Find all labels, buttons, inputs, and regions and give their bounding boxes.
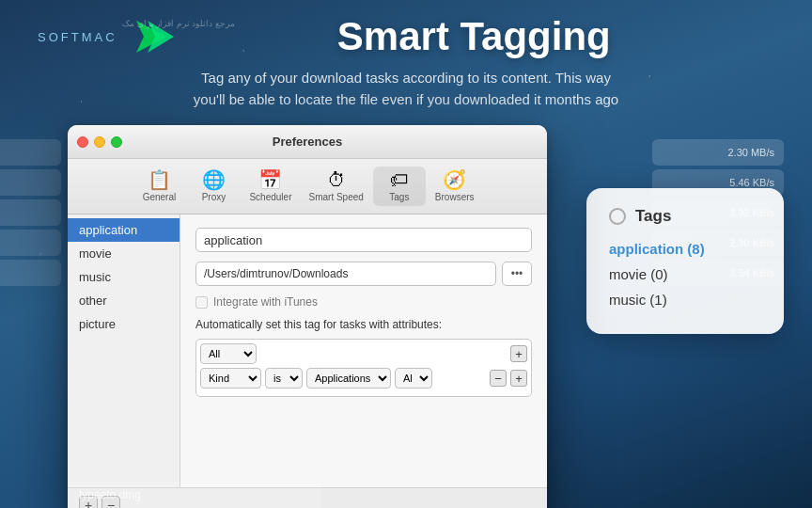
tags-icon: 🏷 — [390, 170, 409, 189]
sidebar-item-application[interactable]: application — [68, 218, 180, 242]
tags-panel: Tags application (8) movie (0) music (1) — [586, 188, 784, 334]
filter-applications-select[interactable]: Applications — [306, 368, 391, 389]
tags-panel-header: Tags — [609, 207, 761, 226]
left-partial-rows — [0, 139, 61, 290]
filename-bar: typeeto.dmg — [68, 482, 321, 508]
filter-all2-select[interactable]: All — [395, 368, 432, 389]
filter-area: All Any + Kind is Applications — [195, 339, 532, 397]
filter-add-button[interactable]: + — [510, 345, 527, 362]
title-area: Smart Tagging — [174, 15, 774, 58]
toolbar-label-general: General — [143, 192, 177, 202]
itunes-checkbox[interactable] — [195, 296, 208, 309]
toolbar-item-scheduler[interactable]: 📅 Scheduler — [242, 167, 299, 206]
toolbar-item-browsers[interactable]: 🧭 Browsers — [428, 167, 482, 206]
toolbar-label-tags: Tags — [389, 192, 409, 202]
proxy-icon: 🌐 — [202, 170, 226, 189]
tag-name-row — [195, 228, 532, 252]
maximize-button[interactable] — [111, 136, 122, 148]
tag-name-input[interactable] — [195, 228, 532, 252]
subtitle-text: Tag any of your download tasks according… — [194, 70, 618, 107]
browsers-icon: 🧭 — [443, 170, 466, 189]
subtitle: Tag any of your download tasks according… — [0, 68, 812, 110]
toolbar-label-proxy: Proxy — [202, 192, 226, 202]
dl-speed: 2.30 MB/s — [727, 147, 774, 158]
filter-condition-row: Kind is Applications All − + — [200, 368, 527, 389]
main-panel: ••• Integrate with iTunes Automatically … — [180, 214, 547, 487]
general-icon: 📋 — [148, 170, 171, 189]
left-row — [0, 169, 61, 196]
left-row — [0, 260, 61, 286]
content-area: application movie music other picture ••… — [68, 214, 547, 487]
dl-speed: 5.46 KB/s — [729, 177, 774, 188]
preferences-window: Preferences 📋 General 🌐 Proxy 📅 Schedule… — [68, 125, 547, 508]
main-title: Smart Tagging — [174, 15, 774, 58]
sidebar: application movie music other picture — [68, 214, 180, 487]
scheduler-icon: 📅 — [258, 170, 282, 189]
sidebar-item-music[interactable]: music — [68, 265, 180, 289]
toolbar-item-smart-speed[interactable]: ⏱ Smart Speed — [301, 167, 370, 206]
path-row: ••• — [195, 262, 532, 286]
traffic-lights — [77, 136, 122, 148]
toolbar-label-smart-speed: Smart Speed — [308, 192, 363, 202]
title-bar: Preferences — [68, 125, 547, 159]
itunes-row: Integrate with iTunes — [195, 295, 532, 309]
tags-panel-title: Tags — [635, 207, 671, 226]
window-title: Preferences — [273, 135, 342, 149]
toolbar-item-proxy[interactable]: 🌐 Proxy — [187, 167, 240, 206]
close-button[interactable] — [77, 136, 88, 148]
sidebar-item-picture[interactable]: picture — [68, 312, 180, 336]
auto-tag-label: Automatically set this tag for tasks wit… — [195, 318, 532, 331]
tags-radio-icon — [609, 208, 626, 225]
tag-item-music[interactable]: music (1) — [609, 290, 761, 310]
path-input[interactable] — [195, 262, 496, 286]
tag-item-movie[interactable]: movie (0) — [609, 264, 761, 284]
sidebar-item-movie[interactable]: movie — [68, 242, 180, 265]
toolbar-label-browsers: Browsers — [435, 192, 475, 202]
minimize-button[interactable] — [94, 136, 105, 148]
toolbar-label-scheduler: Scheduler — [249, 192, 291, 202]
watermark: مرجع دانلود نرم افزار برای مک — [122, 19, 235, 28]
itunes-label: Integrate with iTunes — [213, 295, 318, 309]
left-row — [0, 199, 61, 226]
brand-text: SOFTMAC — [38, 30, 117, 44]
filter-is-select[interactable]: is — [265, 368, 303, 389]
toolbar: 📋 General 🌐 Proxy 📅 Scheduler ⏱ Smart Sp… — [68, 159, 547, 214]
dl-row: 2.30 MB/s — [652, 139, 784, 166]
browse-button[interactable]: ••• — [502, 262, 532, 286]
filter-all-select[interactable]: All Any — [200, 343, 257, 364]
filename-text: typeeto.dmg — [79, 488, 141, 501]
left-row — [0, 139, 61, 166]
filter-top-row: All Any + — [200, 343, 527, 364]
sidebar-item-other[interactable]: other — [68, 289, 180, 312]
toolbar-item-tags[interactable]: 🏷 Tags — [373, 167, 426, 206]
filter-add2-button[interactable]: + — [510, 370, 527, 387]
filter-remove-button[interactable]: − — [490, 370, 507, 387]
tag-item-application[interactable]: application (8) — [609, 239, 761, 259]
smart-speed-icon: ⏱ — [327, 170, 346, 189]
left-row — [0, 230, 61, 256]
filter-kind-select[interactable]: Kind — [200, 368, 261, 389]
toolbar-item-general[interactable]: 📋 General — [133, 167, 185, 206]
